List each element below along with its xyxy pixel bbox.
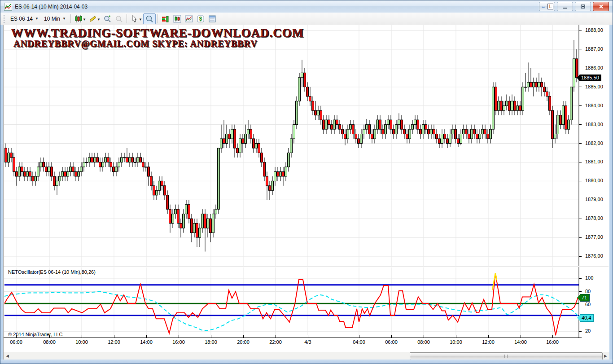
- candles: [5, 40, 578, 252]
- toolbar-separator: [70, 14, 71, 23]
- time-tick: [424, 335, 424, 338]
- data-box-icon: [145, 15, 153, 23]
- price-tick: [579, 87, 582, 87]
- oscillator-tick: [579, 291, 582, 292]
- minimize-icon: [562, 4, 568, 9]
- time-tick-label: 14:00: [514, 339, 527, 345]
- chart-window-icon: [4, 3, 12, 11]
- zoom-in-button[interactable]: [101, 14, 113, 24]
- price-tick-label: 1885,00: [585, 84, 603, 89]
- price-tick: [579, 31, 582, 31]
- chart-trader-icon: [173, 15, 181, 23]
- horizontal-scrollbar[interactable]: ◀ ▶: [4, 352, 609, 360]
- chart-toolbar: ES 06-14 ▼ 10 Min ▼ ▼ ▼ ▼ $: [0, 13, 613, 25]
- price-tick-label: 1884,00: [585, 103, 603, 108]
- price-tick-label: 1876,00: [585, 253, 603, 259]
- watermark-line1: WWW.TRADING-SOFTWARE-DOWNLOAD.COM: [11, 26, 304, 39]
- svg-text:$: $: [199, 16, 202, 22]
- watermark-line2: ANDREYBBRV@GMAIL.COM SKYPE: ANDREYBBRV: [13, 39, 304, 48]
- chevron-down-icon: ▼: [35, 17, 39, 21]
- link-arrows-icon: ⇔: [541, 4, 546, 10]
- panel-separator[interactable]: [4, 267, 609, 267]
- time-tick: [82, 335, 82, 338]
- chevron-down-icon: ▼: [83, 18, 86, 22]
- time-tick-label: 06:00: [385, 339, 398, 345]
- oscillator-tick-label: 80: [585, 289, 591, 294]
- price-tick: [579, 49, 582, 49]
- time-tick-label: 06:00: [10, 339, 22, 345]
- zoom-in-icon: [103, 15, 111, 23]
- scroll-left-arrow-icon[interactable]: ◀: [4, 352, 11, 360]
- time-tick: [49, 335, 50, 338]
- price-tick-label: 1888,00: [585, 27, 603, 33]
- data-box-button[interactable]: [143, 13, 156, 24]
- price-tick: [579, 105, 582, 106]
- toolbar-grip[interactable]: [3, 15, 6, 23]
- account-dollar-icon: $: [197, 15, 205, 23]
- last-price-badge: 1885,50: [580, 75, 601, 81]
- oscillator-tick-label: 20: [585, 328, 591, 333]
- scrollbar-thumb[interactable]: [410, 352, 603, 360]
- toolbar-separator: [158, 14, 158, 23]
- price-tick: [579, 256, 582, 257]
- price-tick-label: 1883,00: [585, 122, 603, 127]
- interval-selector[interactable]: 10 Min ▼: [41, 14, 69, 23]
- chart-style-icon: [74, 15, 83, 23]
- scrollbar-grip-icon: [504, 355, 508, 358]
- chart-area[interactable]: WWW.TRADING-SOFTWARE-DOWNLOAD.COM ANDREY…: [4, 25, 609, 360]
- titlebar[interactable]: ES 06-14 (10 Min) 2014-04-03 ⇔ L: [0, 0, 613, 13]
- price-tick: [579, 181, 582, 181]
- drawing-tools-button[interactable]: ▼: [87, 14, 99, 24]
- interval-label: 10 Min: [44, 16, 60, 22]
- instrument-selector[interactable]: ES 06-14 ▼: [8, 14, 41, 23]
- time-tick: [179, 335, 179, 338]
- market-analyzer-button[interactable]: [160, 14, 171, 24]
- properties-button[interactable]: [206, 14, 218, 24]
- chevron-down-icon: ▼: [62, 17, 66, 21]
- time-tick: [456, 335, 456, 338]
- price-tick-label: 1878,00: [585, 215, 603, 221]
- oscillator-tick: [579, 305, 582, 305]
- oscillator-tick-label: 60: [585, 302, 591, 307]
- time-tick-label: 16:00: [172, 339, 185, 345]
- chart-trader-button[interactable]: [171, 14, 183, 24]
- minimize-button[interactable]: [557, 2, 573, 11]
- close-button[interactable]: [593, 2, 609, 11]
- time-tick-label: 12:00: [108, 339, 120, 345]
- market-analyzer-icon: [162, 15, 170, 23]
- cursor-button[interactable]: ▼: [129, 14, 140, 24]
- time-tick: [276, 335, 276, 338]
- oscillator-panel-chart[interactable]: [4, 267, 609, 338]
- zoom-out-button[interactable]: [113, 14, 125, 24]
- price-tick: [579, 162, 582, 162]
- time-tick-label: 10:00: [75, 339, 88, 345]
- mini-chart-button[interactable]: [183, 14, 195, 24]
- oscillator-tick: [579, 278, 582, 279]
- time-tick: [114, 335, 114, 338]
- time-tick: [146, 335, 147, 338]
- chart-style-button[interactable]: ▼: [73, 14, 84, 24]
- time-tick: [391, 335, 392, 338]
- ninjatrader-chart-window: { "window": { "title": "ES 06-14 (10 Min…: [0, 0, 613, 364]
- time-tick: [243, 335, 244, 338]
- price-tick-label: 1880,00: [585, 178, 603, 183]
- account-dollar-button[interactable]: $: [195, 14, 206, 24]
- price-panel-chart[interactable]: [4, 25, 609, 266]
- restore-button[interactable]: [575, 2, 591, 11]
- mini-chart-icon: [185, 15, 193, 23]
- oscillator-value-badge: 71: [580, 294, 590, 302]
- price-tick: [579, 68, 582, 68]
- chevron-down-icon: ▼: [139, 18, 142, 22]
- price-tick: [579, 124, 582, 125]
- time-tick: [308, 335, 308, 338]
- scroll-right-arrow-icon[interactable]: ▶: [602, 352, 609, 360]
- time-tick-label: 4/3: [304, 339, 311, 345]
- chart-left-border: [3, 25, 4, 360]
- time-tick-label: 12:00: [482, 339, 495, 345]
- close-icon: [599, 4, 604, 9]
- oscillator-cyan-line: [4, 292, 580, 331]
- zoom-out-icon: [115, 15, 123, 23]
- instrument-link-button[interactable]: ⇔ L: [539, 2, 555, 11]
- price-tick: [579, 219, 582, 219]
- cursor-icon: [131, 15, 138, 23]
